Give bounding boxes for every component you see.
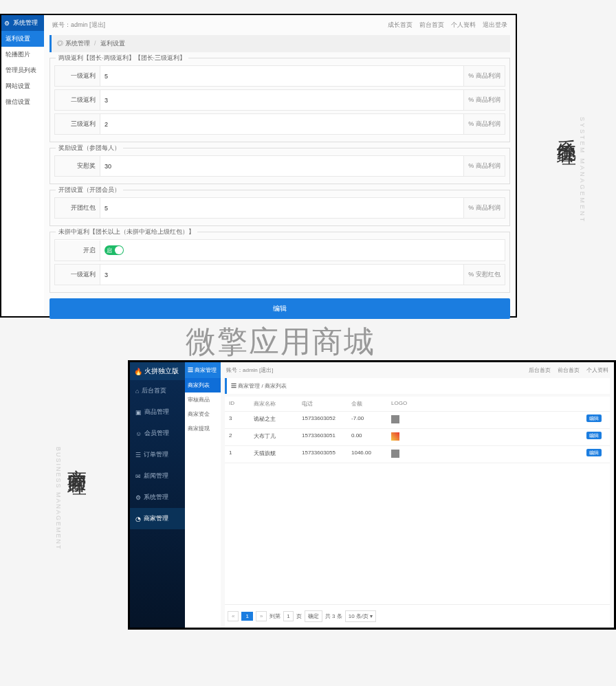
cell-tel: 15733603055 [302, 450, 351, 459]
field-input[interactable]: 30 [100, 157, 463, 175]
cell-id: 3 [229, 415, 254, 425]
sidebar-item-rebate[interactable]: 返利设置 [1, 31, 44, 47]
field-suffix: % 商品利润 [463, 198, 505, 218]
cell-amt: -7.00 [351, 415, 391, 425]
section-rebate: 两级返利【团长·两级返利】【团长·三级返利】 一级返利 5 % 商品利润 二级返… [50, 58, 510, 142]
gear-icon: ⚙ [135, 494, 141, 501]
section-open: 开团设置（开团会员） 开团红包 5 % 商品利润 [50, 190, 510, 226]
row-enable: 开启 启 [54, 239, 505, 261]
nav-order[interactable]: ☰订单管理 [130, 444, 185, 465]
page-next[interactable]: » [256, 611, 267, 621]
nav-label: 后台首页 [142, 386, 166, 395]
row-level2: 二级返利 3 % 商品利润 [54, 89, 505, 111]
nav-label: 会员管理 [144, 429, 169, 438]
page-total: 共 3 条 [325, 612, 342, 620]
account-label: 账号：admin [226, 367, 258, 373]
section-unmatched: 未拼中返利【团长以上（未拼中返给上级红包）】 开启 启 一级返利 3 % 安慰红… [50, 232, 510, 293]
nav-label: 订单管理 [144, 450, 168, 459]
nav-home[interactable]: ⌂后台首页 [130, 380, 185, 401]
link-logout[interactable]: 退出登录 [483, 21, 507, 30]
home-icon: ⌂ [135, 388, 139, 395]
shop-icon: ◔ [135, 516, 141, 522]
row-level3: 三级返利 2 % 商品利润 [54, 113, 505, 135]
link-front[interactable]: 前台首页 [558, 366, 580, 374]
field-suffix: % 安慰红包 [463, 265, 505, 285]
section-label-en: BUSINESS MANAGEMENT [55, 447, 62, 551]
nav-goods[interactable]: ▣商品管理 [130, 401, 185, 423]
news-icon: ✉ [135, 473, 141, 480]
sidebar-header: ⚙ 系统管理 [1, 15, 44, 31]
link-profile[interactable]: 个人资料 [586, 366, 608, 374]
nav-member[interactable]: ☺会员管理 [130, 423, 185, 444]
legend: 奖励设置（参团每人） [56, 144, 123, 153]
submenu-funds[interactable]: 商家资金 [185, 407, 221, 421]
link-back[interactable]: 后台首页 [529, 366, 551, 374]
cell-name: 诡秘之主 [254, 415, 302, 425]
link-profile[interactable]: 个人资料 [451, 21, 476, 30]
field-input[interactable]: 2 [100, 115, 463, 133]
col-tel: 电话 [302, 400, 351, 408]
cell-id: 1 [229, 450, 254, 459]
field-suffix: % 商品利润 [463, 66, 505, 86]
col-logo: LOGO [391, 400, 586, 408]
save-button[interactable]: 编辑 [50, 298, 510, 319]
sidebar-item-wechat[interactable]: 微信设置 [1, 94, 44, 110]
crumb-root[interactable]: 系统管理 [65, 40, 90, 47]
table-row: 1 天猫旗舰 15733603055 1046.00 编辑 [225, 446, 610, 463]
nav-business[interactable]: ◔商家管理 [130, 508, 185, 529]
field-label: 三级返利 [55, 114, 100, 134]
edit-button[interactable]: 编辑 [586, 432, 602, 439]
row-consolation: 安慰奖 30 % 商品利润 [54, 155, 505, 177]
legend: 两级返利【团长·两级返利】【团长·三级返利】 [56, 54, 188, 63]
link-growth[interactable]: 成长首页 [388, 21, 412, 30]
cell-logo [391, 415, 586, 425]
page-current[interactable]: 1 [241, 612, 252, 621]
cell-logo [391, 450, 586, 459]
nav-system[interactable]: ⚙系统管理 [130, 487, 185, 508]
field-label: 一级返利 [55, 265, 100, 285]
edit-button[interactable]: 编辑 [586, 449, 602, 456]
nav-label: 系统管理 [144, 493, 168, 502]
legend: 开团设置（开团会员） [56, 186, 123, 195]
watermark: 微擎应用商城 [186, 322, 375, 362]
sidebar-item-carousel[interactable]: 轮播图片 [1, 47, 44, 63]
field-input[interactable]: 3 [100, 91, 463, 109]
sidebar-item-site[interactable]: 网站设置 [1, 78, 44, 94]
edit-button[interactable]: 编辑 [586, 414, 602, 422]
crumb-root[interactable]: 商家管理 [238, 383, 260, 389]
logout-link[interactable]: [退出] [259, 367, 273, 373]
brand: 🔥 火拼独立版 [130, 362, 185, 380]
field-input[interactable]: 3 [100, 266, 463, 284]
field-label: 一级返利 [55, 66, 100, 86]
header-links: 成长首页 前台首页 个人资料 退出登录 [388, 21, 507, 30]
submenu-audit[interactable]: 审核商品 [185, 392, 221, 407]
table-row: 3 诡秘之主 15733603052 -7.00 编辑 [225, 412, 610, 429]
page-prev[interactable]: « [228, 611, 239, 621]
logout-link[interactable]: [退出] [89, 21, 105, 28]
field-label: 开启 [55, 241, 100, 261]
p1-topbar: 账号：admin [退出] 成长首页 前台首页 个人资料 退出登录 [50, 15, 510, 35]
col-id: ID [229, 400, 254, 408]
col-act [586, 400, 606, 408]
cell-id: 2 [229, 432, 254, 442]
field-input[interactable]: 5 [100, 67, 463, 85]
nav-news[interactable]: ✉新闻管理 [130, 465, 185, 487]
cell-name: 大布丁儿 [254, 432, 302, 442]
crumb-current: 商家列表 [265, 383, 287, 389]
submenu-list[interactable]: 商家列表 [185, 378, 221, 392]
breadcrumb: ◎ 系统管理 / 返利设置 [50, 35, 510, 52]
cell-tel: 15733603052 [302, 415, 351, 425]
field-suffix: % 商品利润 [463, 114, 505, 134]
field-suffix: % 商品利润 [463, 90, 505, 110]
enable-toggle[interactable]: 启 [104, 245, 124, 255]
page-go-button[interactable]: 确定 [305, 610, 322, 622]
sidebar-item-admins[interactable]: 管理员列表 [1, 63, 44, 78]
page-size-select[interactable]: 10 条/页 ▾ [345, 610, 377, 622]
p2-main: 账号：admin [退出] 后台首页 前台首页 个人资料 ☰ 商家管理 / 商家… [221, 362, 614, 628]
submenu-withdraw[interactable]: 商家提现 [185, 421, 221, 436]
page-input[interactable]: 1 [283, 611, 293, 621]
brand-label: 火拼独立版 [144, 366, 179, 376]
section-label-en: SYSTEM MANAGEMENT [579, 117, 586, 223]
link-front[interactable]: 前台首页 [419, 21, 444, 30]
field-input[interactable]: 5 [100, 199, 463, 217]
